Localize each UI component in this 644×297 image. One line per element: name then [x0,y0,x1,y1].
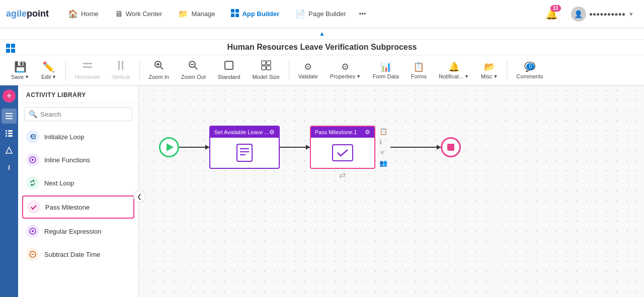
copy-icon[interactable]: 📋 [379,128,387,135]
set-available-leave-header: Set Available Leave ... ⚙ [210,127,279,138]
activity-panel: ACTIVITY LIBRARY 🔍 Initialize Loop [18,85,139,297]
svg-rect-0 [231,9,234,13]
transfer-icon[interactable]: ⇄ [339,170,346,180]
end-node[interactable] [441,137,461,157]
svg-rect-5 [11,44,15,48]
toolbar: 💾 Save ▼ ✏️ Edit ▼ Horizontal Vertical Z… [0,55,644,85]
arrowhead-3 [437,145,441,150]
activity-item-regular-expression[interactable]: Regular Expression [18,220,138,243]
horizontal-button[interactable]: Horizontal [70,57,105,83]
activity-item-subtract-date-time[interactable]: Subtract Date Time [18,243,138,266]
nav-item-home[interactable]: 🏠 Home [61,5,106,23]
svg-point-38 [32,159,34,161]
svg-rect-23 [267,66,271,70]
home-icon: 🏠 [68,9,78,19]
svg-rect-24 [6,113,13,114]
svg-rect-26 [6,118,13,119]
validate-button[interactable]: ⚙ Validate [293,58,323,82]
initialize-loop-label: Initialize Loop [44,133,85,141]
zoom-out-icon [188,60,198,73]
activities-icon[interactable] [2,109,17,124]
svg-rect-11 [122,61,123,70]
gear-icon-node2[interactable]: ⚙ [365,129,370,136]
collapse-panel-button[interactable]: ❮ [133,190,145,203]
chevron-left-icon: ❮ [137,193,142,200]
start-node[interactable] [159,137,179,157]
notifications-toolbar-button[interactable]: 🔔 Notificat... ▼ [434,58,474,82]
info-icon[interactable]: ℹ [379,138,387,146]
edit-button[interactable]: ✏️ Edit ▼ [36,58,61,83]
form-data-button[interactable]: 📊 Form Data [368,58,404,82]
save-label: Save ▼ [11,74,29,80]
subtract-date-time-label: Subtract Date Time [44,251,100,258]
play-icon [167,143,174,151]
activity-item-inline-functions[interactable]: Inline Functions [18,148,138,171]
misc-label: Misc ▼ [481,73,498,79]
svg-rect-7 [11,49,15,53]
pass-milestone-node[interactable]: Pass Milestone.1 ⚙ [310,126,375,169]
activity-list: Initialize Loop Inline Functions Next Lo… [18,125,138,297]
standard-label: Standard [218,74,240,80]
nav-items: 🏠 Home 🖥 Work Center 📁 Manage App Builde… [61,5,542,23]
collapse-arrow[interactable]: ▲ [0,28,644,40]
inline-functions-label: Inline Functions [44,156,90,164]
model-size-button[interactable]: Model Size [247,57,284,83]
svg-rect-28 [8,130,13,132]
add-button[interactable]: + [3,89,16,103]
nav-label-home: Home [81,10,99,18]
pass-milestone-node-wrapper: Pass Milestone.1 ⚙ 📋 ℹ ✕ 👥 [310,126,375,169]
zoom-in-icon [154,60,164,73]
pass-milestone-node-label: Pass Milestone.1 [315,129,357,135]
svg-rect-20 [262,61,266,65]
svg-rect-8 [83,63,92,64]
vertical-button[interactable]: Vertical [107,57,135,83]
vertical-icon [116,60,126,73]
zoom-in-button[interactable]: Zoom In [144,57,174,83]
arrow-1 [179,147,209,148]
arrowhead-1 [205,145,209,150]
zoom-out-button[interactable]: Zoom Out [176,57,211,83]
edit-arrow: ▼ [52,74,56,79]
toolbar-sep-3 [289,60,289,80]
inline-functions-icon [26,153,39,166]
nav-label-work-center: Work Center [126,10,163,18]
svg-rect-25 [6,116,13,117]
close-icon[interactable]: ✕ [379,149,387,156]
forms-button[interactable]: 📋 Forms [406,58,432,82]
svg-rect-4 [6,44,10,48]
notifications-button[interactable]: 🔔 33 [542,5,561,23]
list-icon[interactable] [2,126,17,141]
nav-more-button[interactable]: ••• [355,6,370,22]
regular-expression-icon [26,225,39,238]
users-icon[interactable]: 👥 [379,159,387,167]
properties-button[interactable]: ⚙ Properties ▼ [325,58,366,82]
misc-arrow: ▼ [493,74,498,79]
forms-icon: 📋 [413,61,424,72]
arrow-3 [390,147,441,148]
nav-item-page-builder[interactable]: 📄 Page Builder [288,5,353,23]
flow-icon[interactable] [2,143,17,158]
chevron-down-icon: ▼ [628,11,634,17]
stop-icon [447,144,454,151]
activity-item-pass-milestone[interactable]: Pass Milestone [22,195,134,219]
misc-button[interactable]: 📂 Misc ▼ [476,58,503,82]
nav-item-work-center[interactable]: 🖥 Work Center [108,6,170,23]
svg-rect-27 [6,130,7,132]
variable-icon[interactable]: I [2,160,17,175]
user-avatar[interactable]: 👤 ●●●●●●●●●● ▼ [567,5,638,24]
toolbar-sep-1 [65,60,66,80]
edit-label: Edit ▼ [41,74,56,80]
canvas-area[interactable]: Set Available Leave ... ⚙ Pass Milest [139,85,644,297]
activity-item-next-loop[interactable]: Next Loop [18,171,138,194]
search-icon: 🔍 [29,110,37,118]
save-button[interactable]: 💾 Save ▼ [6,58,34,83]
gear-icon-node1[interactable]: ⚙ [269,129,275,136]
standard-button[interactable]: Standard [213,57,246,83]
search-input[interactable] [40,111,128,118]
comments-button[interactable]: 💬 0 Comments [511,58,548,82]
nav-item-manage[interactable]: 📁 Manage [171,5,222,23]
nav-item-app-builder[interactable]: App Builder [224,5,286,23]
activity-item-initialize-loop[interactable]: Initialize Loop [18,125,138,148]
notifications-label: Notificat... ▼ [439,73,469,79]
set-available-leave-node[interactable]: Set Available Leave ... ⚙ [209,126,280,169]
